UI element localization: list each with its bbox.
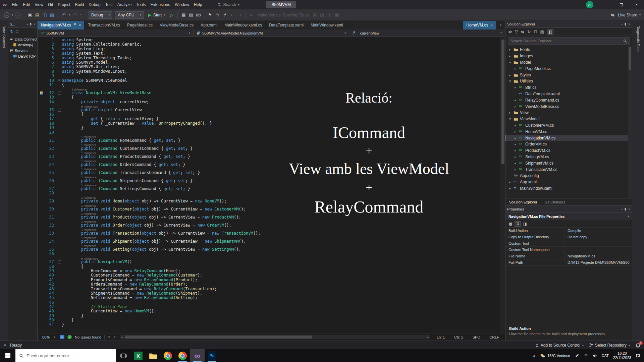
chevron-collapsed-icon[interactable]: ▸ (508, 54, 512, 58)
server-item-data-connect[interactable]: Data Connect (8, 36, 37, 42)
panel-tab-solution-explorer[interactable]: Solution Explorer (505, 198, 541, 205)
tree-item-settingvm-cs[interactable]: ▸C#SettingVM.cs (505, 154, 632, 160)
solution-explorer-search[interactable]: Search Solution Explorer (508, 37, 630, 45)
chevron-down-icon[interactable]: ▾ (621, 208, 623, 211)
notifications-button[interactable]: 1 (635, 343, 641, 348)
tree-item-utilities[interactable]: ▾Utilities (505, 78, 632, 84)
tab-app-xaml[interactable]: App.xaml (197, 21, 221, 29)
property-pages-icon[interactable]: ◨ (523, 222, 527, 226)
taskbar-app-chrome[interactable] (160, 349, 175, 362)
volume-icon[interactable] (593, 354, 597, 358)
restore-button[interactable] (614, 0, 629, 9)
taskbar-app-photoshop[interactable]: Ps (205, 349, 219, 362)
start-button[interactable] (0, 349, 15, 362)
taskbar-app-explorer[interactable] (146, 349, 160, 362)
document-list-chevron-icon[interactable]: ▾ (496, 21, 505, 29)
minimize-button[interactable]: — (599, 0, 614, 9)
taskbar-app-chrome-2[interactable] (175, 349, 190, 362)
hidden-icons-chevron[interactable]: ∧ (533, 354, 535, 358)
navigate-backward-icon[interactable]: ← (4, 12, 9, 18)
data-sources-tab[interactable]: Data Sources (2, 21, 6, 48)
test-explorer-icon[interactable]: ▧ (187, 11, 194, 19)
document-health-icon[interactable]: ↻ (60, 335, 64, 339)
tree-item-images[interactable]: ▸Images (505, 53, 632, 59)
chevron-collapsed-icon[interactable]: ▸ (508, 187, 512, 190)
menu-test[interactable]: Test (103, 1, 115, 9)
menu-tools[interactable]: Tools (134, 1, 148, 9)
tree-item-shipmentvm-cs[interactable]: ▸C#ShipmentVM.cs (505, 160, 632, 166)
chevron-collapsed-icon[interactable]: ▸ (508, 73, 512, 77)
add-to-source-control-button[interactable]: ↥ Add to Source Control ▴ (535, 343, 584, 348)
property-value[interactable]: Do not copy (565, 234, 632, 240)
tab-navigationvm-cs[interactable]: NavigationVM.cs× (38, 21, 85, 29)
next-bookmark-icon[interactable]: ↱ (221, 11, 228, 19)
fold-marker-icon[interactable]: − (58, 79, 61, 82)
keyboard-language[interactable]: CAT (602, 354, 609, 358)
chevron-collapsed-icon[interactable]: ▸ (514, 124, 517, 127)
tree-item-navigationvm-cs[interactable]: ▸C#NavigationVM.cs (505, 135, 632, 141)
spell-checker-icon[interactable]: ab (195, 11, 202, 19)
menu-extensions[interactable]: Extensions (148, 1, 172, 9)
code-cleanup-icon[interactable]: ✎ (108, 334, 111, 341)
close-icon[interactable]: × (628, 22, 630, 26)
close-icon[interactable]: × (34, 22, 36, 26)
start-debugging-button[interactable]: ▶ Start ▾ (148, 13, 165, 17)
chevron-expanded-icon[interactable]: ▾ (508, 117, 512, 121)
refresh-icon[interactable]: ↻ (10, 29, 13, 34)
tree-item-fonts[interactable]: ▸Fonts (505, 47, 632, 53)
live-share-button[interactable]: ⇆ Live Share ▾ (609, 11, 641, 19)
solution-configurations-select[interactable]: Debug ▾ (89, 11, 112, 19)
switch-views-icon[interactable]: ⇄ (508, 29, 512, 34)
undo-icon[interactable]: ↶ (60, 11, 67, 19)
menu-file[interactable]: File (9, 1, 20, 9)
start-without-debugging-icon[interactable]: ▷ (168, 11, 175, 19)
chevron-collapsed-icon[interactable]: ▸ (508, 111, 512, 114)
tree-item-ordervm-cs[interactable]: ▸C#OrderVM.cs (505, 141, 632, 147)
property-value[interactable]: D:\M13 Projecte DAM\S50MVVM\S50 (565, 259, 632, 265)
tree-item-transactionvm-cs[interactable]: ▸C#TransactionVM.cs (505, 166, 632, 173)
chevron-collapsed-icon[interactable]: ▸ (508, 180, 512, 184)
property-value[interactable] (565, 240, 632, 246)
taskbar-app-excel[interactable]: X (131, 349, 146, 362)
tree-item-styles[interactable]: ▸Styles (505, 72, 632, 78)
tab-mainwindow-xaml-cs[interactable]: MainWindow.xaml.cs (221, 21, 266, 29)
breadcrumb-s50mvvm[interactable]: C#S50MVVM▾ (38, 29, 194, 37)
chevron-down-icon[interactable]: ▾ (26, 23, 28, 26)
tab-pagemodel-cs[interactable]: PageModel.cs (124, 21, 156, 29)
fold-marker-icon[interactable]: − (58, 92, 61, 95)
close-icon[interactable]: × (628, 207, 630, 211)
network-icon[interactable] (584, 354, 588, 358)
chevron-expanded-icon[interactable]: ▾ (508, 79, 512, 83)
scrollbar-track[interactable] (124, 335, 426, 339)
chevron-collapsed-icon[interactable]: ▸ (514, 168, 517, 171)
background-tasks-icon[interactable]: ⇄ (3, 342, 7, 349)
panel-tab-git-changes[interactable]: Git Changes (541, 198, 569, 205)
property-value[interactable] (565, 247, 632, 253)
properties-icon[interactable]: ◧ (547, 29, 553, 35)
tab-homevm-cs[interactable]: HomeVM.cs× (463, 21, 496, 29)
chevron-collapsed-icon[interactable]: ▸ (514, 149, 517, 152)
tree-item-app-xaml[interactable]: ▸<>App.xaml (505, 179, 632, 185)
tab-mainwindow-xaml[interactable]: MainWindow.xaml (307, 21, 347, 29)
tree-item-pagemodel-cs[interactable]: ▸C#PageModel.cs (505, 65, 632, 72)
tree-scrollbar[interactable] (628, 46, 632, 198)
property-value[interactable]: NavigationVM.cs (565, 253, 632, 259)
diagnostic-tools-tab[interactable]: Diagnostic Tools (636, 21, 640, 52)
categorized-icon[interactable]: ▦ (508, 222, 512, 226)
chevron-collapsed-icon[interactable]: ▸ (508, 48, 512, 51)
menu-analyze[interactable]: Analyze (115, 1, 134, 9)
chevron-down-icon[interactable]: ▾ (114, 336, 115, 339)
performance-profiler-icon[interactable]: ▦ (180, 11, 187, 19)
solution-platforms-select[interactable]: Any CPU ▾ (115, 11, 144, 19)
alphabetical-icon[interactable]: ⇅ (515, 221, 521, 227)
taskbar-search-input[interactable]: Escriu aquí per cercar (15, 349, 116, 362)
pin-icon[interactable] (624, 207, 627, 211)
tree-item-viewmodelbase-cs[interactable]: ▸C#ViewModelBase.cs (505, 103, 632, 110)
tree-item-btn-cs[interactable]: ▸C#Btn.cs (505, 84, 632, 91)
chevron-collapsed-icon[interactable]: ▸ (514, 136, 517, 140)
tree-item-customervm-cs[interactable]: ▸C#CustomerVM.cs (505, 122, 632, 129)
pin-icon[interactable] (29, 22, 32, 26)
line-indicator[interactable]: Ln: 1 (437, 335, 445, 339)
tree-item-viewmodel[interactable]: ▾ViewModel (505, 116, 632, 122)
new-project-icon[interactable]: ▣ (26, 11, 33, 19)
